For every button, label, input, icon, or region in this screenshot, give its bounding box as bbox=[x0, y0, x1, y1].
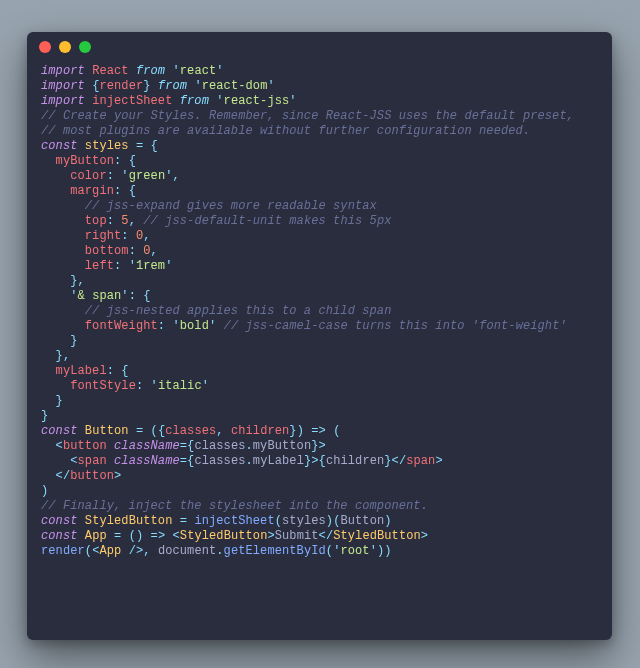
code-token-plain bbox=[41, 469, 56, 483]
code-line: const StyledButton = injectSheet(styles)… bbox=[41, 514, 598, 529]
code-token-punc: : bbox=[107, 169, 114, 183]
code-token-str: bold bbox=[180, 319, 209, 333]
code-token-id: margin bbox=[70, 184, 114, 198]
code-token-punc: : bbox=[107, 214, 114, 228]
code-token-punc: { bbox=[129, 184, 136, 198]
code-line: color: 'green', bbox=[41, 169, 598, 184]
code-token-punc: = bbox=[180, 454, 187, 468]
code-token-plain bbox=[41, 379, 70, 393]
code-line: // Finally, inject the stylesheet into t… bbox=[41, 499, 598, 514]
window-close-button[interactable] bbox=[39, 41, 51, 53]
code-token-punc: , bbox=[173, 169, 180, 183]
code-token-id: myLabel bbox=[56, 364, 107, 378]
code-token-plain: myLabel bbox=[253, 454, 304, 468]
code-token-plain bbox=[41, 304, 85, 318]
code-token-kw: const bbox=[41, 514, 78, 528]
code-token-plain bbox=[41, 184, 70, 198]
code-token-plain bbox=[121, 184, 128, 198]
code-line: <button className={classes.myButton}> bbox=[41, 439, 598, 454]
code-token-kw: import bbox=[41, 94, 85, 108]
code-token-plain bbox=[143, 379, 150, 393]
code-line: fontWeight: 'bold' // jss-camel-case tur… bbox=[41, 319, 598, 334]
code-line: // jss-expand gives more readable syntax bbox=[41, 199, 598, 214]
code-token-plain bbox=[107, 529, 114, 543]
code-line: render(<App />, document.getElementById(… bbox=[41, 544, 598, 559]
code-token-punc: : bbox=[129, 289, 136, 303]
window-minimize-button[interactable] bbox=[59, 41, 71, 53]
code-token-plain bbox=[151, 79, 158, 93]
code-token-str: root bbox=[340, 544, 369, 558]
code-token-str: green bbox=[129, 169, 166, 183]
code-token-com: // most plugins are available without fu… bbox=[41, 124, 530, 138]
code-line: </button> bbox=[41, 469, 598, 484]
code-line: // most plugins are available without fu… bbox=[41, 124, 598, 139]
code-token-punc: ' bbox=[172, 64, 179, 78]
code-token-punc: </ bbox=[392, 454, 407, 468]
code-line: ) bbox=[41, 484, 598, 499]
code-token-plain: myButton bbox=[253, 439, 311, 453]
code-token-plain bbox=[41, 349, 56, 363]
code-token-punc: } bbox=[41, 409, 48, 423]
code-token-punc: ' bbox=[129, 259, 136, 273]
code-token-punc: ) bbox=[41, 484, 48, 498]
code-token-plain bbox=[121, 154, 128, 168]
code-line: '& span': { bbox=[41, 289, 598, 304]
code-token-com: // jss-nested applies this to a child sp… bbox=[85, 304, 392, 318]
code-line: import React from 'react' bbox=[41, 64, 598, 79]
code-token-plain bbox=[143, 424, 150, 438]
code-token-plain: classes bbox=[194, 454, 245, 468]
code-token-plain bbox=[41, 334, 70, 348]
code-token-plain bbox=[121, 529, 128, 543]
code-token-plain bbox=[41, 229, 85, 243]
code-token-com: // jss-expand gives more readable syntax bbox=[85, 199, 377, 213]
code-token-plain bbox=[216, 319, 223, 333]
code-line: bottom: 0, bbox=[41, 244, 598, 259]
code-token-punc: , bbox=[143, 544, 150, 558]
code-token-plain bbox=[107, 454, 114, 468]
code-token-id: button bbox=[70, 469, 114, 483]
code-line: }, bbox=[41, 349, 598, 364]
code-token-punc: > bbox=[114, 469, 121, 483]
code-token-punc: ' bbox=[165, 169, 172, 183]
code-token-punc: : bbox=[129, 244, 136, 258]
code-token-punc: ' bbox=[151, 379, 158, 393]
window-zoom-button[interactable] bbox=[79, 41, 91, 53]
code-token-plain bbox=[129, 139, 136, 153]
code-token-punc: } bbox=[289, 424, 296, 438]
code-token-var: App bbox=[99, 544, 121, 558]
code-token-plain bbox=[121, 259, 128, 273]
code-token-kw: const bbox=[41, 529, 78, 543]
code-token-plain bbox=[41, 154, 56, 168]
code-token-punc: > bbox=[421, 529, 428, 543]
code-token-punc: ' bbox=[121, 169, 128, 183]
code-token-plain bbox=[41, 169, 70, 183]
code-token-plain bbox=[143, 139, 150, 153]
code-line: const styles = { bbox=[41, 139, 598, 154]
code-token-punc: ) bbox=[297, 424, 304, 438]
code-token-plain bbox=[41, 364, 56, 378]
code-token-kw: const bbox=[41, 139, 78, 153]
code-token-plain bbox=[78, 514, 85, 528]
code-line: top: 5, // jss-default-unit makes this 5… bbox=[41, 214, 598, 229]
code-token-punc: ( bbox=[333, 424, 340, 438]
code-token-punc: . bbox=[246, 439, 253, 453]
code-token-plain bbox=[78, 424, 85, 438]
code-token-plain bbox=[224, 424, 231, 438]
code-token-punc: > bbox=[311, 454, 318, 468]
code-token-id: injectSheet bbox=[92, 94, 172, 108]
code-token-punc: ( bbox=[151, 424, 158, 438]
code-token-id: color bbox=[70, 169, 107, 183]
code-token-punc: /> bbox=[129, 544, 144, 558]
code-token-punc: ' bbox=[194, 79, 201, 93]
code-token-id: span bbox=[406, 454, 435, 468]
code-token-var: StyledButton bbox=[85, 514, 173, 528]
code-token-punc: . bbox=[246, 454, 253, 468]
code-token-plain bbox=[172, 94, 179, 108]
code-token-plain bbox=[41, 214, 85, 228]
code-token-id: span bbox=[78, 454, 107, 468]
code-token-punc: ' bbox=[70, 289, 77, 303]
code-token-punc: ' bbox=[202, 379, 209, 393]
code-token-punc: { bbox=[151, 139, 158, 153]
code-token-plain bbox=[41, 199, 85, 213]
code-line: myLabel: { bbox=[41, 364, 598, 379]
